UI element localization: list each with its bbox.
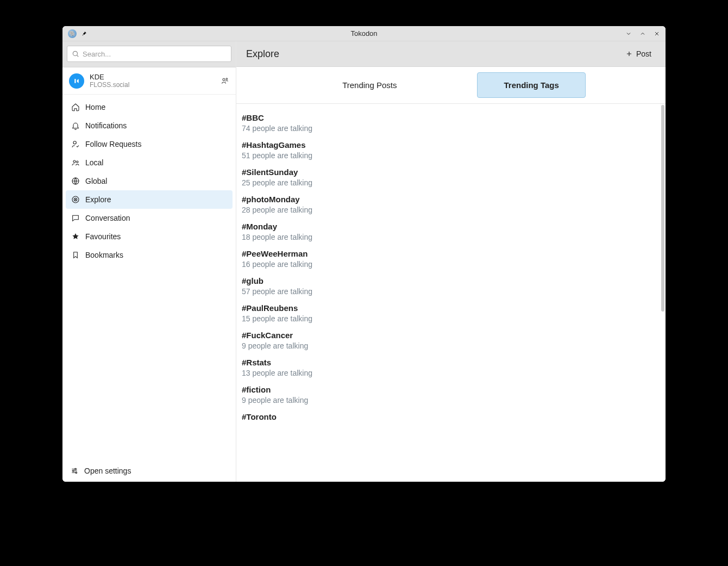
open-settings[interactable]: Open settings <box>62 460 236 482</box>
tag-item[interactable]: #photoMonday28 people are talking <box>236 191 666 218</box>
tag-subtitle: 57 people are talking <box>242 287 660 296</box>
tag-subtitle: 25 people are talking <box>242 178 660 187</box>
app-icon: 🐘 <box>68 29 77 38</box>
tag-subtitle: 51 people are talking <box>242 151 660 160</box>
tag-name: #PaulReubens <box>242 303 660 313</box>
nav-follow-requests[interactable]: Follow Requests <box>66 135 233 153</box>
tag-name: #Rstats <box>242 358 660 367</box>
search-icon <box>72 50 79 58</box>
tabs: Trending Posts Trending Tags <box>236 67 666 104</box>
people-icon <box>71 158 80 167</box>
nav-favourites[interactable]: Favourites <box>66 227 233 246</box>
nav-label: Global <box>85 177 107 185</box>
window-title: Tokodon <box>62 29 666 38</box>
main-header: Explore Post <box>236 41 666 67</box>
explore-icon <box>71 195 80 204</box>
nav-explore[interactable]: Explore <box>66 190 233 209</box>
nav-label: Explore <box>85 195 111 204</box>
pin-icon[interactable] <box>81 30 87 37</box>
tag-subtitle: 13 people are talking <box>242 369 660 377</box>
tag-name: #Toronto <box>242 412 660 421</box>
tag-name: #SilentSunday <box>242 167 660 177</box>
tag-subtitle: 28 people are talking <box>242 206 660 214</box>
tag-name: #HashtagGames <box>242 140 660 150</box>
window-body: KDE FLOSS.social Home Notifications <box>62 41 666 482</box>
tag-subtitle: 15 people are talking <box>242 314 660 323</box>
search-input[interactable] <box>83 50 227 58</box>
tag-item[interactable]: #HashtagGames51 people are talking <box>236 136 666 164</box>
account-switch-icon[interactable] <box>221 77 229 85</box>
page-title: Explore <box>246 48 279 60</box>
svg-point-3 <box>226 78 228 79</box>
post-label: Post <box>636 49 651 58</box>
avatar <box>69 73 84 89</box>
compose-post-button[interactable]: Post <box>621 47 656 60</box>
svg-point-1 <box>72 76 81 85</box>
search-wrap <box>62 41 236 67</box>
nav-conversation[interactable]: Conversation <box>66 209 233 227</box>
tag-name: #BBC <box>242 113 660 122</box>
tab-trending-posts[interactable]: Trending Posts <box>316 73 423 97</box>
svg-point-0 <box>73 51 77 55</box>
tag-item[interactable]: #fiction9 people are talking <box>236 381 666 408</box>
svg-point-5 <box>73 160 76 163</box>
tag-name: #photoMonday <box>242 195 660 204</box>
titlebar-left: 🐘 <box>68 29 87 38</box>
tag-scroll[interactable]: #BBC74 people are talking#HashtagGames51… <box>236 104 666 482</box>
account-server: FLOSS.social <box>90 81 129 89</box>
main: Explore Post Trending Posts Trending Tag… <box>236 41 666 482</box>
tag-name: #Monday <box>242 222 660 231</box>
svg-point-13 <box>76 472 77 474</box>
svg-point-6 <box>77 161 78 163</box>
search-field[interactable] <box>67 46 231 62</box>
nav-home[interactable]: Home <box>66 98 233 116</box>
star-icon <box>71 232 80 241</box>
tag-item[interactable]: #Rstats13 people are talking <box>236 354 666 381</box>
tag-subtitle: 74 people are talking <box>242 124 660 133</box>
account-name: KDE <box>90 73 129 81</box>
tab-trending-tags[interactable]: Trending Tags <box>477 72 585 98</box>
globe-icon <box>71 177 80 185</box>
tag-item[interactable]: #glub57 people are talking <box>236 272 666 300</box>
nav-notifications[interactable]: Notifications <box>66 116 233 135</box>
svg-point-10 <box>75 199 76 200</box>
tag-item[interactable]: #FuckCancer9 people are talking <box>236 327 666 354</box>
plus-icon <box>625 50 633 58</box>
tag-subtitle: 16 people are talking <box>242 260 660 269</box>
bell-icon <box>71 121 80 130</box>
tag-item[interactable]: #Monday18 people are talking <box>236 218 666 245</box>
account-row[interactable]: KDE FLOSS.social <box>62 67 236 95</box>
scrollbar-thumb[interactable] <box>661 105 664 312</box>
nav: Home Notifications Follow Requests Local… <box>62 95 236 268</box>
tag-item[interactable]: #BBC74 people are talking <box>236 109 666 136</box>
tag-name: #FuckCancer <box>242 331 660 340</box>
app-window: 🐘 Tokodon <box>62 26 666 482</box>
tag-list: #BBC74 people are talking#HashtagGames51… <box>236 104 666 431</box>
settings-label: Open settings <box>84 467 131 475</box>
nav-label: Favourites <box>85 232 121 241</box>
home-icon <box>71 103 80 111</box>
nav-label: Follow Requests <box>85 140 142 148</box>
tag-item[interactable]: #PeeWeeHerman16 people are talking <box>236 245 666 272</box>
minimize-button[interactable] <box>625 30 632 37</box>
tag-item[interactable]: #Toronto <box>236 408 666 425</box>
titlebar: 🐘 Tokodon <box>62 26 666 41</box>
titlebar-controls <box>625 30 660 37</box>
scrollbar[interactable] <box>660 105 664 481</box>
nav-label: Local <box>85 158 103 167</box>
account-text: KDE FLOSS.social <box>90 73 129 89</box>
bookmark-icon <box>71 251 80 259</box>
nav-bookmarks[interactable]: Bookmarks <box>66 246 233 264</box>
sidebar: KDE FLOSS.social Home Notifications <box>62 41 236 482</box>
person-check-icon <box>71 140 80 148</box>
nav-local[interactable]: Local <box>66 153 233 172</box>
nav-global[interactable]: Global <box>66 172 233 190</box>
tag-item[interactable]: #SilentSunday25 people are talking <box>236 164 666 191</box>
tag-subtitle: 18 people are talking <box>242 233 660 241</box>
close-button[interactable] <box>654 30 660 37</box>
nav-label: Bookmarks <box>85 251 123 259</box>
tag-item[interactable]: #PaulReubens15 people are talking <box>236 300 666 327</box>
maximize-button[interactable] <box>639 30 646 37</box>
tag-name: #fiction <box>242 385 660 394</box>
tag-subtitle: 9 people are talking <box>242 341 660 350</box>
